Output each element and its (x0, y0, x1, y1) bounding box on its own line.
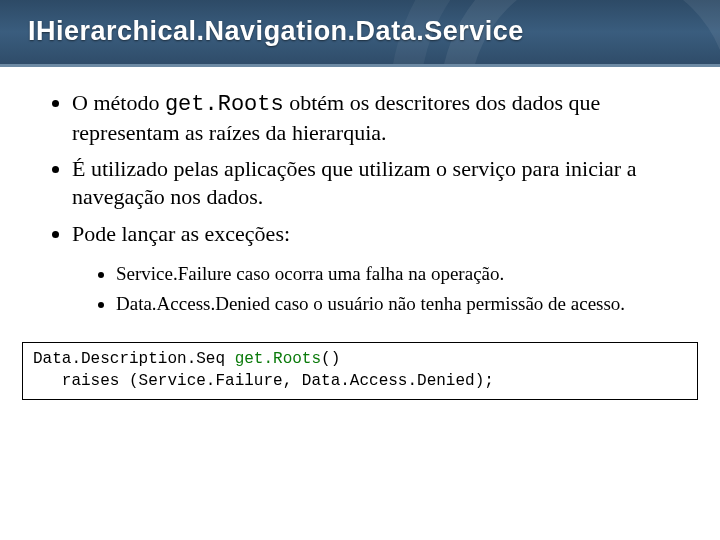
title-bar: IHierarchical.Navigation.Data.Service (0, 0, 720, 67)
sub-bullet-item: Service.Failure caso ocorra uma falha na… (116, 262, 674, 286)
bullet-text: O método (72, 90, 165, 115)
bullet-item: É utilizado pelas aplicações que utiliza… (72, 155, 674, 211)
bullet-list: O método get.Roots obtém os descritores … (46, 89, 674, 316)
code-text: Data.Description.Seq (33, 350, 235, 368)
code-text: () (321, 350, 340, 368)
code-inline: get.Roots (165, 92, 284, 117)
slide-title: IHierarchical.Navigation.Data.Service (0, 0, 720, 47)
sub-bullet-list: Service.Failure caso ocorra uma falha na… (72, 262, 674, 317)
bullet-item: Pode lançar as exceções: Service.Failure… (72, 220, 674, 317)
bullet-item: O método get.Roots obtém os descritores … (72, 89, 674, 147)
slide-body: O método get.Roots obtém os descritores … (0, 67, 720, 316)
sub-bullet-item: Data.Access.Denied caso o usuário não te… (116, 292, 674, 316)
bullet-text: Pode lançar as exceções: (72, 221, 290, 246)
code-method: get.Roots (235, 350, 321, 368)
code-block: Data.Description.Seq get.Roots() raises … (22, 342, 698, 399)
code-text: raises (Service.Failure, Data.Access.Den… (33, 372, 494, 390)
